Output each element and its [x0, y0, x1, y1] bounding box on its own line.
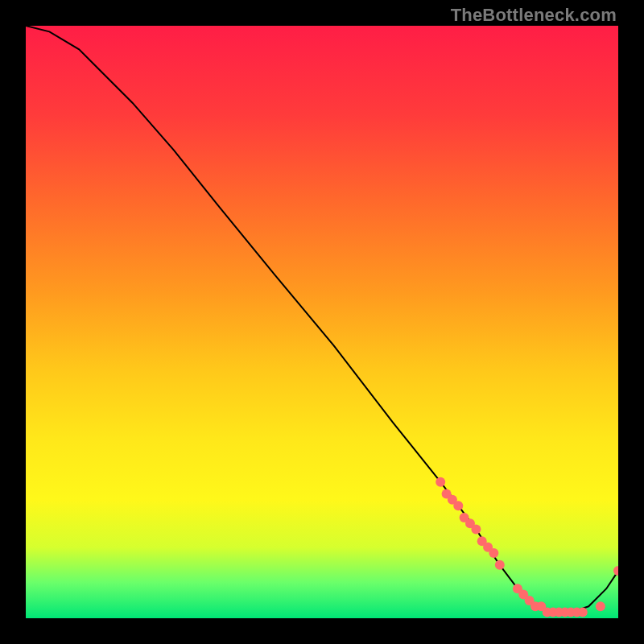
data-point: [471, 525, 481, 535]
bottleneck-chart: [26, 26, 618, 618]
data-point: [495, 560, 505, 570]
data-point: [578, 608, 588, 617]
gradient-background: [26, 26, 618, 618]
data-point: [436, 477, 445, 487]
data-point: [489, 548, 498, 558]
chart-frame: TheBottleneck.com: [0, 0, 644, 644]
data-point: [453, 501, 463, 510]
watermark-text: TheBottleneck.com: [451, 5, 617, 26]
data-point: [596, 601, 605, 611]
